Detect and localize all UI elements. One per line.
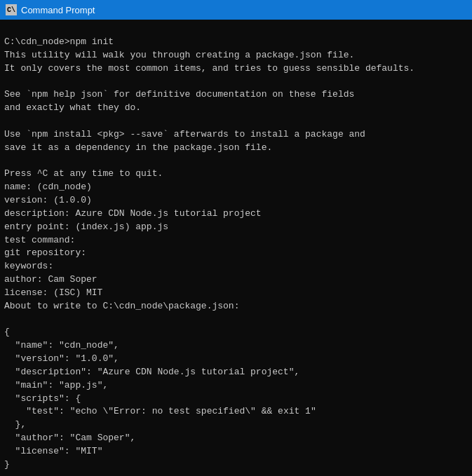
- title-bar: C\ Command Prompt: [0, 0, 472, 20]
- terminal-window[interactable]: C:\cdn_node>npm init This utility will w…: [0, 20, 472, 476]
- title-bar-title: Command Prompt: [21, 5, 95, 15]
- terminal-output: C:\cdn_node>npm init This utility will w…: [4, 22, 468, 476]
- app-icon: C\: [6, 4, 17, 15]
